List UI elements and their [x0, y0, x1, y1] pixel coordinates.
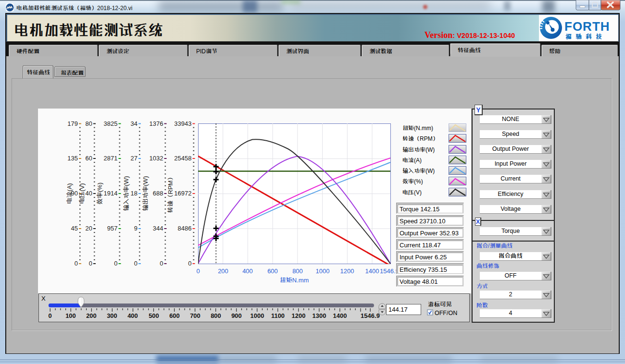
svg-text:福驰科技: 福驰科技 [565, 33, 606, 40]
svg-text:FORTH: FORTH [564, 19, 610, 34]
